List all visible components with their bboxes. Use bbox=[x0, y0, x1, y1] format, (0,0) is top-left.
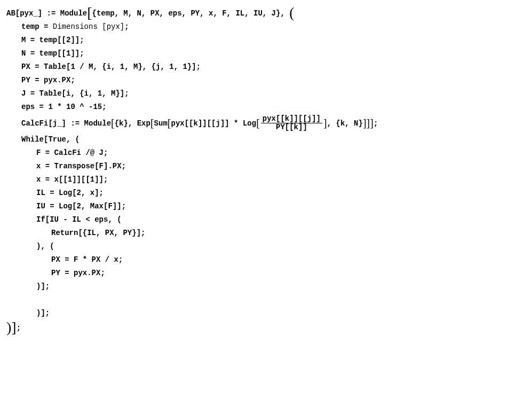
code-line: eps = 1 * 10 ^ -15; bbox=[6, 102, 526, 113]
code-text: PY = pyx.PX; bbox=[21, 76, 75, 84]
code-line: ), ( bbox=[6, 241, 526, 252]
close-bracket-big: ] bbox=[11, 323, 16, 332]
code-line: PX = Table[1 / M, {i, 1, M}, {j, 1, 1}]; bbox=[6, 61, 526, 73]
code-text: pyx[[k]][[j]] * Log bbox=[171, 119, 256, 128]
code-text: {temp, M, N, PX, eps, PY, x, F, IL, IU, … bbox=[92, 9, 290, 18]
code-text: ; bbox=[124, 22, 129, 31]
code-line: IL = Log[2, x]; bbox=[6, 188, 526, 199]
code-text: )]; bbox=[36, 309, 50, 317]
code-line: Return[{IL, PX, PY}]; bbox=[6, 228, 526, 239]
code-text: Return[{IL, PX, PY}]; bbox=[51, 229, 145, 237]
code-text: {k}, Exp bbox=[115, 119, 150, 128]
code-line: While[True, ( bbox=[6, 134, 526, 145]
close-bracket-med: ] bbox=[363, 119, 367, 127]
code-text: , {k, N} bbox=[327, 119, 363, 128]
code-text: eps = 1 * 10 ^ -15; bbox=[21, 103, 107, 111]
code-text: ; bbox=[374, 119, 378, 128]
code-text: CalcFi[j_] := Module bbox=[21, 119, 111, 128]
code-line: PX = F * PX / x; bbox=[6, 254, 526, 266]
code-text: F = CalcFi /@ J; bbox=[36, 149, 108, 157]
code-text: If[IU - IL < eps, ( bbox=[36, 215, 122, 224]
close-bracket-med: ] bbox=[323, 119, 327, 127]
close-paren-big: ) bbox=[6, 323, 11, 332]
code-text: temp = bbox=[21, 22, 53, 31]
code-text: )]; bbox=[36, 282, 50, 291]
open-paren-big: ( bbox=[289, 9, 294, 18]
code-text: AB[pyx_] := Module bbox=[6, 9, 87, 18]
code-text: IU = Log[2, Max[F]]; bbox=[36, 202, 126, 210]
code-line: M = temp[[2]]; bbox=[6, 35, 526, 46]
code-text: PX = F * PX / x; bbox=[51, 255, 123, 264]
code-text: PX = Table[1 / M, {i, 1, M}, {j, 1, 1}]; bbox=[21, 63, 201, 71]
code-text: IL = Log[2, x]; bbox=[36, 189, 104, 197]
code-line: F = CalcFi /@ J; bbox=[6, 147, 526, 159]
code-text: ; bbox=[17, 324, 21, 332]
code-text: ), ( bbox=[36, 242, 54, 251]
code-line: )]; bbox=[6, 281, 526, 292]
mathematica-code-block: AB[pyx_] := Module[{temp, M, N, PX, eps,… bbox=[6, 6, 526, 334]
code-line: CalcFi[j_] := Module[{k}, Exp[Sum[pyx[[k… bbox=[6, 115, 526, 132]
code-line: J = Table[i, {i, 1, M}]; bbox=[6, 88, 526, 99]
code-line: AB[pyx_] := Module[{temp, M, N, PX, eps,… bbox=[6, 6, 526, 19]
code-text: x = Transpose[F].PX; bbox=[36, 162, 126, 170]
open-bracket-med: [ bbox=[256, 119, 260, 127]
fraction-numerator: pyx[[k]][[j]] bbox=[261, 115, 322, 123]
code-text: PY = pyx.PX; bbox=[51, 269, 105, 277]
code-line: If[IU - IL < eps, ( bbox=[6, 214, 526, 225]
blank-line bbox=[6, 294, 526, 306]
code-line: N = temp[[1]]; bbox=[6, 48, 526, 59]
code-line: )]; bbox=[6, 308, 526, 319]
code-text: J = Table[i, {i, 1, M}]; bbox=[21, 89, 129, 98]
code-line: IU = Log[2, Max[F]]; bbox=[6, 201, 526, 212]
code-line: x = x[[1]][[1]]; bbox=[6, 174, 526, 185]
code-line: temp = Dimensions [pyx]; bbox=[6, 21, 526, 33]
code-line: PY = pyx.PX; bbox=[6, 268, 526, 279]
code-text: While[True, ( bbox=[21, 135, 80, 144]
code-text: N = temp[[1]]; bbox=[21, 49, 84, 58]
code-text: Sum bbox=[154, 119, 168, 128]
fraction: pyx[[k]][[j]]PY[[k]] bbox=[261, 115, 322, 132]
code-text-thin: Dimensions [pyx] bbox=[53, 22, 124, 31]
code-line: )]; bbox=[6, 321, 526, 334]
open-bracket-med: [ bbox=[111, 119, 115, 127]
open-bracket-med: [ bbox=[168, 119, 171, 127]
open-bracket-med: [ bbox=[150, 119, 154, 127]
fraction-denominator: PY[[k]] bbox=[261, 123, 322, 131]
open-bracket-big: [ bbox=[87, 9, 92, 18]
close-bracket-med: ] bbox=[367, 119, 370, 127]
code-line: x = Transpose[F].PX; bbox=[6, 161, 526, 172]
close-bracket-med: ] bbox=[370, 119, 374, 127]
code-text: x = x[[1]][[1]]; bbox=[36, 175, 108, 184]
code-line: PY = pyx.PX; bbox=[6, 75, 526, 86]
code-text: M = temp[[2]]; bbox=[21, 36, 84, 44]
